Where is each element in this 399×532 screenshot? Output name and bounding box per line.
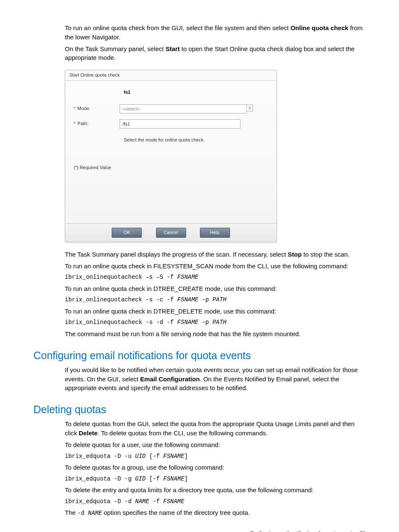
code-text: -d [77,510,88,517]
text: to stop the scan. [302,251,349,258]
mode-select[interactable]: <select> v [120,104,247,113]
start-online-quota-check-dialog: Start Online quota check fs1 * Mode: <se… [65,70,277,242]
paragraph: On the Task Summary panel, select Start … [65,44,366,63]
code-text: [-f [146,453,163,460]
chevron-down-icon[interactable]: v [246,105,253,111]
dialog-title: Start Online quota check [65,70,276,81]
code-text: ibrix_onlinequotacheck -s -c -f [65,296,177,303]
paragraph: The command must be run from a file serv… [65,329,366,339]
code-inline: -d NAME [77,510,102,517]
code-text: ibrix_edquota -D -g [65,475,135,482]
paragraph: To run an online quota check in DTREE_DE… [65,307,366,316]
text: The Task Summary panel displays the prog… [65,251,288,258]
code-line: ibrix_edquota -D -u UID [-f FSNAME] [65,452,366,460]
code-arg: FSNAME [177,319,198,326]
paragraph: To delete quotas from the GUI, select th… [65,419,366,438]
text: To run an online quota check from the GU… [65,24,290,31]
code-text: ibrix_onlinequotacheck –s –S -f [65,274,177,280]
mode-label: * Mode: [74,105,120,112]
select-placeholder: <select> [123,106,140,111]
code-text: ibrix_edquota -D -u [65,453,135,460]
code-text: ibrix_edquota -D -d [65,498,135,505]
help-button[interactable]: Help [200,228,230,238]
code-text: ] [184,475,188,482]
page-number: 31 [360,530,366,532]
paragraph: To run an online quota check in DTREE_CR… [65,284,366,293]
ok-button[interactable]: OK [112,228,142,238]
path-row: * Path: /fs1 [74,119,268,129]
paragraph: The -d NAME option specifies the name of… [65,508,366,517]
code-arg: FSNAME [163,498,184,505]
code-line: ibrix_edquota -D -g GID [-f FSNAME] [65,475,366,483]
code-line: ibrix_onlinequotacheck -s -c -f FSNAME -… [65,296,366,304]
code-arg: PATH [212,319,227,326]
paragraph: To run an online quota check in FILESYST… [65,262,366,271]
paragraph: To delete the entry and quota limits for… [65,486,366,495]
required-note: (*) Required Value [74,164,268,171]
paragraph: If you would like to be notified when ce… [65,365,366,393]
text: . To delete quotas from the CLI, use the… [97,429,268,437]
code-arg: GID [135,475,146,482]
code-text: ] [184,453,188,460]
label-text: Path: [77,121,88,126]
filesystem-name: fs1 [124,89,268,96]
paragraph: To run an online quota check from the GU… [65,23,366,42]
bold-text: Delete [79,429,97,437]
code-arg: UID [135,453,146,460]
code-arg: PATH [212,296,227,303]
code-text: [-f [146,475,163,482]
text: On the Task Summary panel, select [65,45,166,52]
code-arg: NAME [135,498,149,505]
page-footer: Configuring email notifications for quot… [33,530,366,532]
paragraph: To delete quotas for a group, use the fo… [65,463,366,472]
code-arg: FSNAME [177,274,198,280]
code-text: ibrix_onlinequotacheck -s -d -f [65,319,177,326]
required-mark: * [74,121,75,126]
bold-text: Online quota check [290,24,348,31]
bold-text: Start [166,45,180,52]
paragraph: The Task Summary panel displays the prog… [65,250,366,259]
dialog-hint: Select the mode for online quota check. [124,137,268,144]
cancel-button[interactable]: Cancel [156,228,186,238]
code-arg: FSNAME [163,453,184,460]
bold-text: Email Configuration [140,375,200,383]
bold-text: Stop [288,251,302,258]
code-text: -f [149,498,164,505]
code-arg: FSNAME [163,475,184,482]
dialog-body: fs1 * Mode: <select> v * Path: /fs1 Sele… [65,81,276,223]
text: option specifies the name of the directo… [102,509,250,516]
path-label: * Path: [74,121,120,127]
footer-text: Configuring email notifications for quot… [250,530,354,532]
code-line: ibrix_edquota -D -d NAME -f FSNAME [65,497,366,506]
code-text: -p [198,296,212,303]
heading-email-notifications: Configuring email notifications for quot… [33,348,366,363]
path-input[interactable]: /fs1 [120,119,240,129]
label-text: Mode: [77,106,90,111]
code-line: ibrix_onlinequotacheck -s -d -f FSNAME -… [65,318,366,326]
code-arg: NAME [88,510,102,517]
code-arg: FSNAME [177,296,198,303]
mode-row: * Mode: <select> v [74,104,268,113]
required-mark: * [74,106,75,111]
paragraph: To delete quotas for a user, use the fol… [65,440,366,450]
code-line: ibrix_onlinequotacheck –s –S -f FSNAME [65,273,366,281]
heading-deleting-quotas: Deleting quotas [33,402,366,417]
dialog-footer: OK Cancel Help [65,223,276,242]
code-text: -p [198,319,212,326]
text: The [65,509,77,516]
